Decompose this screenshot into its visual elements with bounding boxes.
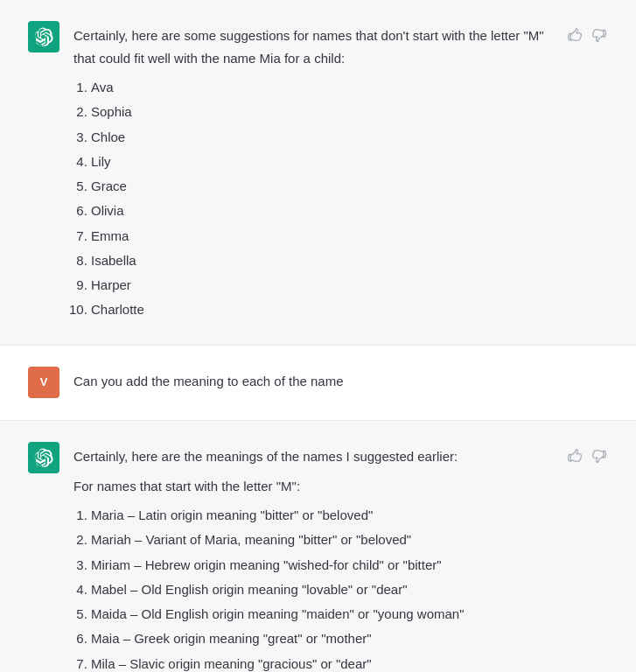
list-item: Maida – Old English origin meaning "maid…	[91, 603, 552, 626]
thumbs-down-button-3[interactable]	[591, 447, 608, 465]
list-item: Isabella	[91, 249, 552, 272]
list-item: Mila – Slavic origin meaning "gracious" …	[91, 653, 552, 673]
list-item: Lily	[91, 150, 552, 173]
list-item: Emma	[91, 225, 552, 248]
message-3-content: Certainly, here are the meanings of the …	[73, 442, 552, 672]
list-item: Sophia	[91, 101, 552, 123]
feedback-icons-3	[566, 442, 608, 465]
assistant-avatar	[28, 21, 59, 52]
message-1-intro: Certainly, here are some suggestions for…	[73, 24, 552, 69]
message-1-content: Certainly, here are some suggestions for…	[73, 21, 552, 324]
message-2-text: Can you add the meaning to each of the n…	[73, 370, 608, 393]
list-item: Maria – Latin origin meaning "bitter" or…	[91, 504, 552, 527]
feedback-icons-1	[566, 21, 608, 44]
thumbs-up-button-3[interactable]	[566, 447, 584, 465]
message-2-content: Can you add the meaning to each of the n…	[73, 367, 608, 400]
assistant-avatar-2	[28, 442, 59, 473]
list-item: Ava	[91, 76, 552, 99]
list-item: Charlotte	[91, 298, 552, 321]
message-3: Certainly, here are the meanings of the …	[0, 421, 636, 672]
list-item: Olivia	[91, 200, 552, 222]
message-1: Certainly, here are some suggestions for…	[0, 0, 636, 345]
message-1-list: AvaSophiaChloeLilyGraceOliviaEmmaIsabell…	[73, 76, 552, 322]
list-item: Chloe	[91, 126, 552, 149]
list-item: Harper	[91, 274, 552, 297]
thumbs-down-button[interactable]	[591, 26, 608, 44]
list-item: Mabel – Old English origin meaning "lova…	[91, 578, 552, 601]
message-3-subheading: For names that start with the letter "M"…	[73, 475, 552, 498]
list-item: Miriam – Hebrew origin meaning "wished-f…	[91, 554, 552, 577]
list-item: Grace	[91, 175, 552, 198]
list-item: Mariah – Variant of Maria, meaning "bitt…	[91, 528, 552, 551]
message-2: V Can you add the meaning to each of the…	[0, 346, 636, 421]
user-avatar: V	[28, 367, 59, 398]
message-3-list: Maria – Latin origin meaning "bitter" or…	[73, 504, 552, 672]
message-3-intro: Certainly, here are the meanings of the …	[73, 445, 552, 468]
thumbs-up-button[interactable]	[566, 26, 584, 44]
list-item: Maia – Greek origin meaning "great" or "…	[91, 627, 552, 650]
